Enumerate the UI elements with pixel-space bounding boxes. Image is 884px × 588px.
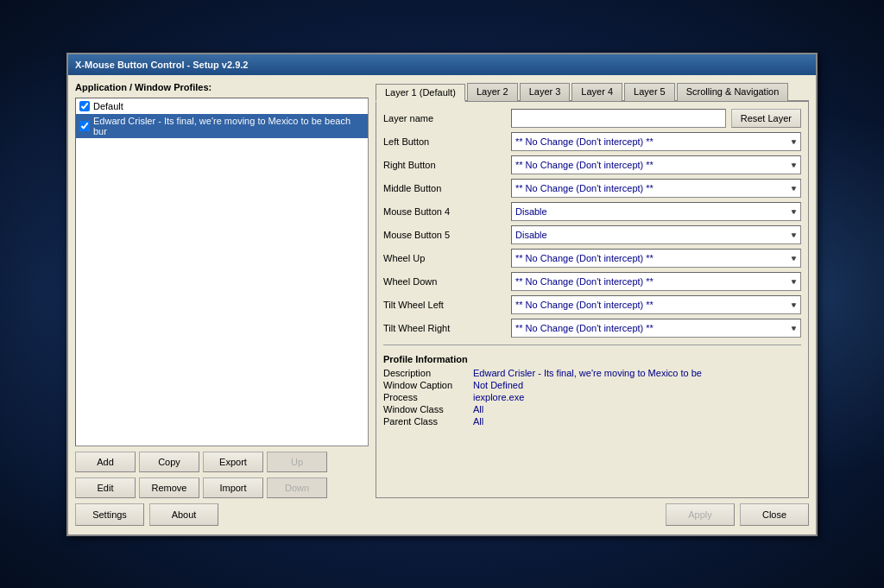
info-value-description: Edward Crisler - Its final, we're moving… [473, 368, 801, 378]
window-body: Application / Window Profiles: Default E… [68, 75, 816, 534]
wheel-down-dropdown-wrapper: ** No Change (Don't intercept) ** [511, 272, 801, 291]
layer-name-input[interactable] [511, 109, 726, 128]
copy-button[interactable]: Copy [139, 452, 199, 472]
info-value-parentclass: All [473, 416, 801, 427]
tilt-left-dropdown-wrapper: ** No Change (Don't intercept) ** [511, 295, 801, 314]
middle-button-dropdown[interactable]: ** No Change (Don't intercept) ** [511, 179, 801, 198]
info-value-process: iexplore.exe [473, 392, 801, 402]
settings-button[interactable]: Settings [75, 503, 144, 526]
right-button-dropdown-wrapper: ** No Change (Don't intercept) ** [511, 155, 801, 174]
mouse5-dropdown[interactable]: Disable [511, 225, 801, 244]
tab-bar: Layer 1 (Default) Layer 2 Layer 3 Layer … [376, 82, 809, 102]
info-label: Process [383, 392, 470, 402]
left-button-dropdown[interactable]: ** No Change (Don't intercept) ** [511, 132, 801, 151]
tab-layer1[interactable]: Layer 1 (Default) [376, 84, 465, 102]
right-button-dropdown[interactable]: ** No Change (Don't intercept) ** [511, 155, 801, 174]
wheel-down-dropdown[interactable]: ** No Change (Don't intercept) ** [511, 272, 801, 291]
about-button[interactable]: About [149, 503, 218, 526]
tab-scrolling[interactable]: Scrolling & Navigation [677, 83, 789, 101]
main-window: X-Mouse Button Control - Setup v2.9.2 Ap… [66, 53, 818, 536]
profile-checkbox-edward[interactable] [79, 121, 90, 131]
edit-button[interactable]: Edit [75, 477, 136, 498]
btn-row-1: Add Copy Export Up [75, 452, 369, 472]
down-button[interactable]: Down [267, 477, 327, 498]
mouse5-dropdown-wrapper: Disable [511, 225, 801, 244]
btn-row-2: Edit Remove Import Down [75, 477, 369, 498]
info-value-windowclass: All [473, 404, 801, 414]
layer-name-label: Layer name [383, 113, 504, 123]
profile-label: Edward Crisler - Its final, we're moving… [93, 116, 364, 136]
tab-layer5[interactable]: Layer 5 [624, 83, 675, 101]
wheel-down-label: Wheel Down [383, 276, 504, 287]
info-value-caption: Not Defined [473, 380, 801, 390]
right-button-label: Right Button [383, 160, 504, 170]
tilt-right-dropdown[interactable]: ** No Change (Don't intercept) ** [511, 319, 801, 338]
reset-layer-button[interactable]: Reset Layer [731, 109, 801, 128]
mouse4-dropdown[interactable]: Disable [511, 202, 801, 221]
profiles-section-label: Application / Window Profiles: [75, 82, 369, 92]
profile-label: Default [93, 101, 123, 111]
remove-button[interactable]: Remove [139, 477, 199, 498]
left-panel: Application / Window Profiles: Default E… [75, 82, 369, 498]
middle-button-dropdown-wrapper: ** No Change (Don't intercept) ** [511, 179, 801, 198]
info-label: Window Caption [383, 380, 470, 390]
form-grid: Layer name Reset Layer Left Button ** No… [383, 109, 801, 338]
profiles-list: Default Edward Crisler - Its final, we'r… [75, 98, 369, 446]
list-item[interactable]: Edward Crisler - Its final, we're moving… [76, 114, 368, 138]
layer-name-row: Reset Layer [511, 109, 801, 128]
info-label: Window Class [383, 404, 470, 414]
tab-content: Layer name Reset Layer Left Button ** No… [376, 102, 809, 498]
profile-checkbox-default[interactable] [79, 101, 90, 111]
wheel-up-dropdown-wrapper: ** No Change (Don't intercept) ** [511, 249, 801, 268]
up-button[interactable]: Up [267, 452, 327, 472]
mouse5-label: Mouse Button 5 [383, 230, 504, 240]
right-panel: Layer 1 (Default) Layer 2 Layer 3 Layer … [376, 82, 809, 498]
tilt-right-label: Tilt Wheel Right [383, 323, 504, 333]
wheel-up-dropdown[interactable]: ** No Change (Don't intercept) ** [511, 249, 801, 268]
tilt-right-dropdown-wrapper: ** No Change (Don't intercept) ** [511, 319, 801, 338]
mouse4-label: Mouse Button 4 [383, 206, 504, 217]
left-button-label: Left Button [383, 136, 504, 147]
import-button[interactable]: Import [203, 477, 263, 498]
window-title: X-Mouse Button Control - Setup v2.9.2 [75, 60, 248, 70]
info-label: Description [383, 368, 470, 378]
export-button[interactable]: Export [203, 452, 263, 472]
title-bar: X-Mouse Button Control - Setup v2.9.2 [68, 54, 816, 75]
bottom-left-buttons: Settings About [75, 503, 218, 526]
tab-layer2[interactable]: Layer 2 [467, 83, 518, 101]
bottom-bar: Settings About Apply Close [75, 498, 809, 528]
wheel-up-label: Wheel Up [383, 253, 504, 263]
tab-layer3[interactable]: Layer 3 [520, 83, 571, 101]
tilt-left-dropdown[interactable]: ** No Change (Don't intercept) ** [511, 295, 801, 314]
profile-info-section: Profile Information Description Edward C… [383, 354, 801, 427]
add-button[interactable]: Add [75, 452, 136, 472]
mouse4-dropdown-wrapper: Disable [511, 202, 801, 221]
list-item[interactable]: Default [76, 98, 368, 114]
main-content: Application / Window Profiles: Default E… [75, 82, 809, 498]
info-label: Parent Class [383, 416, 470, 427]
close-button[interactable]: Close [740, 503, 809, 526]
tilt-left-label: Tilt Wheel Left [383, 300, 504, 310]
tab-layer4[interactable]: Layer 4 [571, 83, 622, 101]
left-button-dropdown-wrapper: ** No Change (Don't intercept) ** [511, 132, 801, 151]
info-grid: Description Edward Crisler - Its final, … [383, 368, 801, 427]
bottom-right-buttons: Apply Close [666, 503, 809, 526]
profile-info-title: Profile Information [383, 354, 801, 364]
divider [383, 345, 801, 345]
apply-button[interactable]: Apply [666, 503, 735, 526]
middle-button-label: Middle Button [383, 183, 504, 193]
